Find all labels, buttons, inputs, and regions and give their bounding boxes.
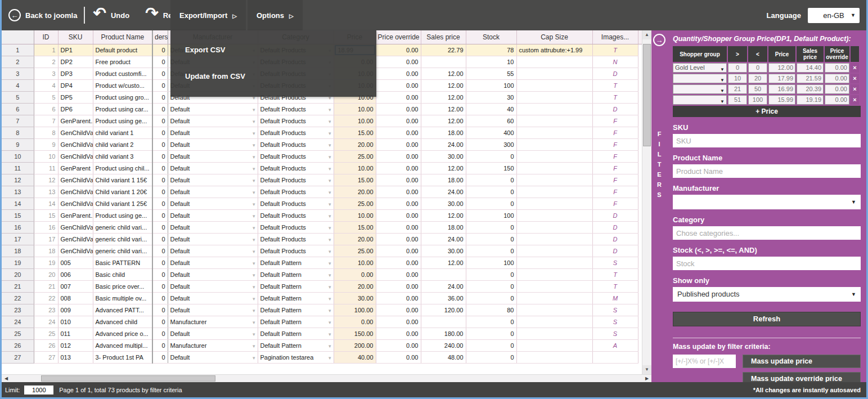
cell-edit-images[interactable]: D (592, 68, 638, 79)
cell-product-name[interactable]: Product w/custo... (93, 79, 152, 91)
cell-stock[interactable]: 80 (466, 304, 516, 316)
cell-price[interactable]: 20.00 (334, 138, 376, 150)
row-number[interactable]: 11 (2, 162, 34, 174)
edit-images-link[interactable]: F (613, 165, 617, 172)
cell-id[interactable]: 2 (34, 56, 58, 68)
manufacturer-select[interactable]: ▼ (673, 195, 861, 209)
cell-cap-size[interactable] (516, 115, 592, 127)
cell-id[interactable]: 11 (34, 162, 58, 174)
cell-category[interactable]: Pagination testarea▾ (258, 351, 334, 363)
row-number[interactable]: 12 (2, 174, 34, 186)
edit-images-link[interactable]: S (613, 330, 617, 337)
cell-cap-size[interactable] (516, 209, 592, 221)
cell-stock[interactable]: 60 (466, 115, 516, 127)
cell-stock[interactable]: 400 (466, 127, 516, 138)
cell-sku[interactable]: DP6 (58, 103, 93, 115)
cell-sales-price[interactable]: 18.00 (421, 127, 466, 138)
cell-manufacturer[interactable]: Default▾ (168, 138, 258, 150)
cell-orders[interactable]: 0 (152, 79, 168, 91)
cell-stock[interactable]: 55 (466, 68, 516, 79)
cell-price[interactable]: 15.00 (334, 221, 376, 233)
cell-sales-price[interactable]: 120.00 (421, 304, 466, 316)
cell-category[interactable]: Default Pattern▾ (258, 328, 334, 339)
edit-images-link[interactable]: M (613, 295, 618, 302)
cell-stock[interactable]: 150 (466, 162, 516, 174)
cell-product-name[interactable]: Basic price over... (93, 280, 152, 292)
cell-price[interactable]: 100.00 (334, 304, 376, 316)
menu-options[interactable]: Options ▷ (248, 0, 303, 30)
row-number[interactable]: 24 (2, 316, 34, 328)
cell-edit-images[interactable]: S (592, 257, 638, 268)
cell-orders[interactable]: 0 (152, 316, 168, 328)
edit-images-link[interactable]: D (613, 106, 618, 113)
edit-images-link[interactable]: S (613, 259, 617, 266)
cell-id[interactable]: 8 (34, 127, 58, 138)
cell-manufacturer[interactable]: Manufacturer▾ (168, 339, 258, 351)
edit-images-link[interactable]: F (613, 177, 617, 183)
row-number[interactable]: 22 (2, 292, 34, 304)
cell-price-override[interactable]: 0.00 (376, 138, 421, 150)
cell-edit-images[interactable]: F (592, 138, 638, 150)
refresh-button[interactable]: Refresh (673, 312, 861, 326)
cell-price-override[interactable]: 0.00 (376, 174, 421, 186)
cell-product-name[interactable]: 3- Product 1st PA (93, 351, 152, 363)
cell-stock[interactable]: 0 (466, 186, 516, 198)
qty-gt-input[interactable]: 21 (728, 84, 747, 94)
cell-price-override[interactable]: 0.00 (376, 257, 421, 268)
cell-manufacturer[interactable]: Default▾ (168, 162, 258, 174)
cell-category[interactable]: Default Products▾ (258, 186, 334, 198)
cell-edit-images[interactable]: S (592, 328, 638, 339)
cell-category[interactable]: Default Pattern▾ (258, 280, 334, 292)
cell-cap-size[interactable] (516, 257, 592, 268)
row-number[interactable]: 13 (2, 186, 34, 198)
cell-id[interactable]: 25 (34, 328, 58, 339)
cell-sales-price[interactable] (421, 56, 466, 68)
cell-sku[interactable]: 013 (58, 351, 93, 363)
qty-lt-input[interactable]: 20 (748, 74, 767, 83)
cell-manufacturer[interactable]: Default▾ (168, 245, 258, 257)
cell-product-name[interactable]: Child variant 1 20€ (93, 186, 152, 198)
cell-manufacturer[interactable]: Default▾ (168, 221, 258, 233)
cell-stock[interactable]: 0 (466, 292, 516, 304)
cell-sku[interactable]: GenParent... (58, 209, 93, 221)
row-number[interactable]: 2 (2, 56, 34, 68)
cell-price-override[interactable]: 0.00 (376, 328, 421, 339)
menu-item-export-csv[interactable]: Export CSV (170, 41, 376, 59)
cell-cap-size[interactable] (516, 316, 592, 328)
cell-orders[interactable]: 0 (152, 162, 168, 174)
cell-sales-price[interactable]: 24.00 (421, 233, 466, 245)
edit-images-link[interactable]: F (613, 129, 617, 136)
cell-category[interactable]: Default Products▾ (258, 162, 334, 174)
cell-edit-images[interactable]: T (592, 79, 638, 91)
cell-orders[interactable]: 0 (152, 209, 168, 221)
cell-orders[interactable]: 0 (152, 304, 168, 316)
cell-id[interactable]: 26 (34, 339, 58, 351)
cell-sku[interactable]: DP4 (58, 79, 93, 91)
cell-category[interactable]: Default Products▾ (258, 198, 334, 209)
language-select[interactable]: en-GB ▼ (808, 8, 860, 23)
cell-product-name[interactable]: Child variant 1 25€ (93, 198, 152, 209)
cell-orders[interactable]: 0 (152, 56, 168, 68)
panel-toggle-icon[interactable]: → (653, 34, 665, 46)
scroll-up-icon[interactable]: ▲ (642, 30, 651, 39)
cell-price[interactable]: 20.00 (334, 280, 376, 292)
cell-category[interactable]: Default Products▾ (258, 138, 334, 150)
cell-manufacturer[interactable]: Default▾ (168, 103, 258, 115)
cell-id[interactable]: 12 (34, 174, 58, 186)
cell-price-override[interactable]: 0.00 (376, 79, 421, 91)
cell-manufacturer[interactable]: Default▾ (168, 174, 258, 186)
undo-button[interactable]: ↶ Undo (93, 10, 129, 21)
edit-images-link[interactable]: T (613, 283, 617, 290)
cell-cap-size[interactable] (516, 304, 592, 316)
cell-cap-size[interactable] (516, 91, 592, 103)
cell-manufacturer[interactable]: Default▾ (168, 186, 258, 198)
cell-price[interactable]: 15.00 (334, 174, 376, 186)
cell-manufacturer[interactable]: Default▾ (168, 268, 258, 280)
row-number[interactable]: 9 (2, 138, 34, 150)
cell-stock[interactable]: 40 (466, 103, 516, 115)
qty-gt-input[interactable]: 10 (728, 74, 747, 83)
cell-product-name[interactable]: Product customfi... (93, 68, 152, 79)
edit-images-link[interactable]: D (613, 70, 618, 77)
cell-product-name[interactable]: Advanced multipl... (93, 339, 152, 351)
row-number[interactable]: 1 (2, 44, 34, 56)
